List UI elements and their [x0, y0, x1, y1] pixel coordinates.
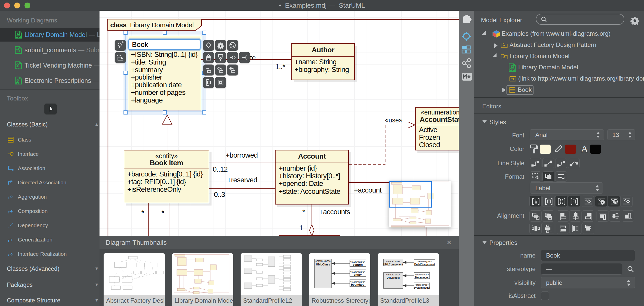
svg-text:«stereotype»: «stereotype» — [350, 270, 366, 273]
svg-text:UMLComponent: UMLComponent — [383, 263, 403, 266]
svg-text:«metaClass»: «metaClass» — [386, 273, 400, 276]
svg-text:entity: entity — [354, 273, 362, 276]
svg-text:UMLClass: UMLClass — [316, 263, 330, 266]
svg-text:Metamodel: Metamodel — [415, 276, 428, 279]
svg-text:«metaClass»: «metaClass» — [315, 259, 331, 262]
svg-text:«metaClass»: «metaClass» — [386, 260, 400, 263]
svg-text:«stereotype»: «stereotype» — [418, 260, 432, 263]
svg-text:«stereotype»: «stereotype» — [350, 260, 366, 263]
svg-text:UMLModel: UMLModel — [387, 276, 400, 279]
svg-text:«stereotype»: «stereotype» — [415, 273, 429, 276]
svg-text:boundary: boundary — [351, 283, 365, 286]
svg-text:SystemModel: SystemModel — [414, 286, 430, 289]
svg-text:BuildComponent: BuildComponent — [414, 263, 435, 266]
svg-text:«stereotype»: «stereotype» — [415, 283, 429, 286]
svg-text:«stereotype»: «stereotype» — [350, 280, 366, 283]
svg-text:control: control — [353, 263, 363, 266]
